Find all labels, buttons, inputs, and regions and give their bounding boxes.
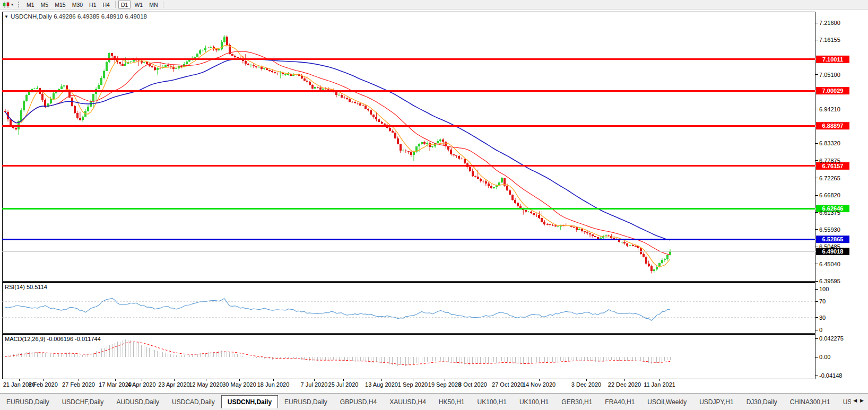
x-axis-label: 8 Oct 2020 xyxy=(458,381,487,388)
y-axis-label: 6.55930 xyxy=(819,226,840,233)
x-axis-label: 30 May 2020 xyxy=(222,381,256,388)
macd-axis-label: -0.04148 xyxy=(819,372,842,379)
candle xyxy=(108,53,110,63)
y-axis-label: 6.83320 xyxy=(819,140,840,146)
candle xyxy=(106,61,108,71)
timeframe-button-m15[interactable]: M15 xyxy=(52,1,68,8)
tab-usoil[interactable]: USOil, xyxy=(837,395,851,408)
tab-fra40-h1[interactable]: FRA40,H1 xyxy=(598,395,641,408)
y-axis-label: 7.21600 xyxy=(819,20,840,26)
chart-area[interactable]: 7.100117.000296.888976.761576.626466.528… xyxy=(0,10,868,393)
candle xyxy=(74,105,76,114)
tab-usdcnh-daily[interactable]: USDCNH,Daily xyxy=(221,395,278,408)
x-axis-label: 4 Apr 2020 xyxy=(127,381,155,388)
chart-type-button[interactable]: ▾ xyxy=(1,1,15,9)
toolbar-drag-handle[interactable] xyxy=(18,2,21,7)
y-axis-label: 6.50485 xyxy=(819,243,840,250)
timeframe-button-w1[interactable]: W1 xyxy=(132,1,145,8)
tab-eurusd-daily[interactable]: EURUSD,Daily xyxy=(0,395,56,408)
candle xyxy=(146,62,148,64)
price-level-label: 6.88897 xyxy=(822,123,844,129)
tab-hk50-h1[interactable]: HK50,H1 xyxy=(432,395,471,408)
candle xyxy=(23,100,25,112)
toolbar-separator xyxy=(115,1,116,8)
chart-window: 7.100117.000296.888976.761576.626466.528… xyxy=(0,10,868,393)
candle xyxy=(511,195,514,201)
timeframe-toolbar: ▾ M1M5M15M30H1H4D1W1MN xyxy=(0,0,868,10)
tab-dj30-daily[interactable]: DJ30,Daily xyxy=(740,395,784,408)
x-axis-label: 27 Feb 2020 xyxy=(62,381,95,388)
candle xyxy=(309,81,311,85)
chart-collapse-marker[interactable]: ▼ xyxy=(4,14,8,19)
tab-usdcad-daily[interactable]: USDCAD,Daily xyxy=(166,395,221,408)
timeframe-button-h4[interactable]: H4 xyxy=(100,1,112,8)
y-axis-label: 6.66820 xyxy=(819,192,840,198)
chart-title: USDCNH,Daily 6.49286 6.49385 6.48910 6.4… xyxy=(11,13,147,20)
rsi-axis-label: 30 xyxy=(819,315,826,321)
candlestick-chart-icon xyxy=(3,2,10,8)
price-level-label: 6.52865 xyxy=(822,236,844,242)
tabs-scroll-left-button[interactable]: ◀ xyxy=(853,398,857,403)
macd-axis-label: 0.00 xyxy=(819,354,830,360)
candle xyxy=(464,159,466,163)
price-level-label: 7.10011 xyxy=(822,56,843,63)
symbol-tabs: EURUSD,DailyUSDCHF,DailyAUDUSD,DailyUSDC… xyxy=(0,395,851,408)
timeframe-button-h1[interactable]: H1 xyxy=(86,1,99,8)
candle xyxy=(504,178,506,187)
x-axis-label: 17 Mar 2020 xyxy=(99,381,132,388)
x-axis-label: 11 Jan 2021 xyxy=(644,381,675,388)
tab-usdchf-daily[interactable]: USDCHF,Daily xyxy=(56,395,110,408)
timeframe-button-m5[interactable]: M5 xyxy=(38,1,51,8)
timeframe-button-group: M1M5M15M30H1H4D1W1MN xyxy=(23,0,161,10)
macd-axis-label: 0.042275 xyxy=(819,335,844,342)
x-axis-label: 22 Dec 2020 xyxy=(608,381,641,388)
x-axis-label: 3 Dec 2020 xyxy=(571,381,601,388)
tab-audusd-daily[interactable]: AUDUSD,Daily xyxy=(110,395,166,408)
x-axis-label: 7 Jul 2020 xyxy=(301,381,328,388)
tab-usoil-weekly[interactable]: USOil,Weekly xyxy=(641,395,693,408)
x-axis-label: 12 May 2020 xyxy=(189,381,223,388)
x-axis-label: 23 Apr 2020 xyxy=(158,381,189,388)
rsi-axis-label: 70 xyxy=(819,298,826,304)
macd-indicator-label: MACD(12,26,9) -0.006196 -0.011744 xyxy=(5,336,101,342)
timeframe-button-mn[interactable]: MN xyxy=(146,1,160,8)
timeframe-button-d1[interactable]: D1 xyxy=(118,1,131,8)
rsi-axis-label: 0 xyxy=(819,327,822,333)
tab-xauusd-h4[interactable]: XAUUSD,H4 xyxy=(383,395,432,408)
macd-pane xyxy=(3,335,815,379)
y-axis-label: 6.72265 xyxy=(819,175,840,181)
x-axis-label: 13 Aug 2020 xyxy=(365,381,398,388)
tab-uk100-h1[interactable]: UK100,H1 xyxy=(471,395,513,408)
rsi-pane xyxy=(3,283,815,334)
rsi-indicator-label: RSI(14) 50.5114 xyxy=(5,284,47,290)
tab-uk100-h1[interactable]: UK100,H1 xyxy=(513,395,555,408)
x-axis-label: 19 Sep 2020 xyxy=(428,381,461,388)
timeframe-button-m30[interactable]: M30 xyxy=(70,1,85,8)
candle xyxy=(25,94,28,102)
x-axis-label: 27 Oct 2020 xyxy=(492,381,524,388)
tabs-scroll-right-button[interactable]: ▶ xyxy=(860,398,864,403)
tab-china300-h1[interactable]: CHINA300,H1 xyxy=(784,395,837,408)
main-pane xyxy=(3,12,815,282)
tab-usdjpy-h1[interactable]: USDJPY,H1 xyxy=(693,395,740,408)
y-axis-label: 7.16155 xyxy=(819,37,840,43)
y-axis-label: 7.05100 xyxy=(819,72,840,78)
chevron-down-icon: ▾ xyxy=(11,3,13,7)
candle xyxy=(226,36,228,47)
x-axis-label: 18 Jun 2020 xyxy=(257,381,290,388)
rsi-axis-label: 100 xyxy=(819,286,829,292)
tab-eurusd-daily[interactable]: EURUSD,Daily xyxy=(278,395,334,408)
y-axis-label: 6.61375 xyxy=(819,210,840,216)
timeframe-button-m1[interactable]: M1 xyxy=(24,1,37,8)
tab-ger30-h1[interactable]: GER30,H1 xyxy=(555,395,598,408)
x-axis-label: 14 Nov 2020 xyxy=(523,381,555,388)
tab-scroll-buttons: ◀ ▶ xyxy=(851,394,868,410)
y-axis-label: 6.77875 xyxy=(819,158,840,164)
tab-gbpusd-h4[interactable]: GBPUSD,H4 xyxy=(334,395,383,408)
y-axis-label: 6.45040 xyxy=(819,261,840,267)
x-axis-label: 1 Sep 2020 xyxy=(398,381,428,388)
x-axis-label: 8 Feb 2020 xyxy=(28,381,58,388)
candle xyxy=(640,248,642,255)
symbol-tab-bar: EURUSD,DailyUSDCHF,DailyAUDUSD,DailyUSDC… xyxy=(0,393,868,410)
toolbar-separator xyxy=(163,1,163,8)
